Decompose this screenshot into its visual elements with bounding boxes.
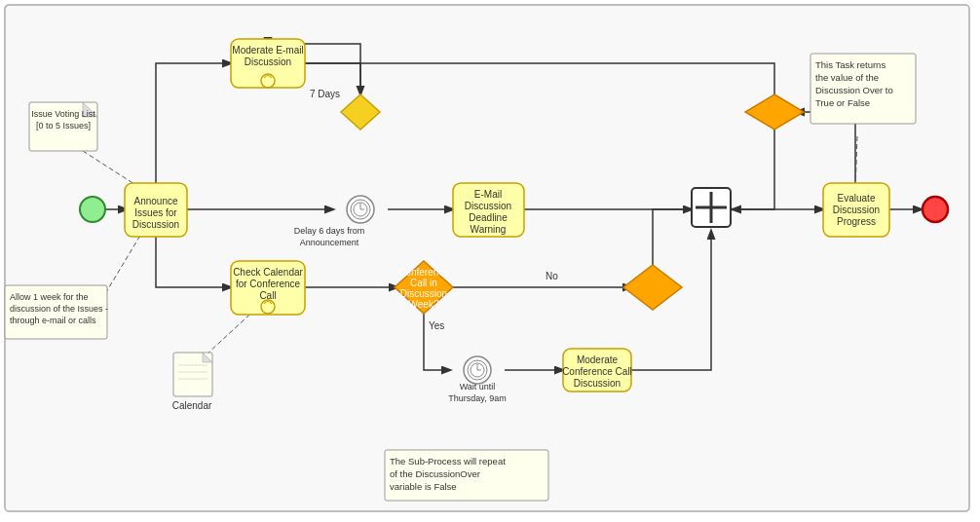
task-returns-text4: True or False <box>815 97 870 108</box>
wait-label2: Thursday, 9am <box>448 393 506 403</box>
svg-text:Conference: Conference <box>398 267 449 278</box>
allow-week-text2: discussion of the Issues - <box>10 304 108 314</box>
svg-text:Discussion: Discussion <box>245 56 291 67</box>
svg-text:Moderate E-mail: Moderate E-mail <box>232 45 303 56</box>
svg-text:Evaluate: Evaluate <box>838 193 876 204</box>
svg-text:for Conference: for Conference <box>236 279 301 289</box>
svg-text:Progress: Progress <box>837 216 876 227</box>
sub-process-text3: variable is False <box>390 481 457 492</box>
bpmn-diagram: Announce Issues for Discussion Moderate … <box>0 0 980 522</box>
no-label: No <box>546 271 558 281</box>
start-event <box>80 197 105 222</box>
svg-text:Discussion: Discussion <box>465 201 511 211</box>
svg-point-41 <box>927 202 943 217</box>
task-returns-text3: Discussion Over to <box>815 85 893 95</box>
svg-text:Check Calendar: Check Calendar <box>233 267 303 278</box>
svg-text:Announce: Announce <box>133 196 177 206</box>
seven-days-label: 7 Days <box>310 89 340 99</box>
task-returns-text2: the value of the <box>815 72 879 83</box>
calendar-label: Calendar <box>172 400 212 411</box>
svg-text:Discussion: Discussion <box>833 205 880 215</box>
svg-text:Warning: Warning <box>471 224 507 235</box>
sub-process-text1: The Sub-Process will repeat <box>390 456 506 466</box>
sub-process-text2: of the DiscussionOver <box>390 468 480 479</box>
svg-text:Call in: Call in <box>410 278 437 288</box>
svg-text:Discussion: Discussion <box>132 219 179 230</box>
svg-text:Discussion: Discussion <box>574 378 621 389</box>
task-returns-text1: This Task returns <box>815 59 886 70</box>
issue-list-text2: [0 to 5 Issues] <box>36 121 91 130</box>
svg-text:Issues for: Issues for <box>134 207 177 218</box>
svg-text:Moderate: Moderate <box>577 354 619 365</box>
svg-text:Conference Call: Conference Call <box>562 366 632 377</box>
svg-text:Discussion: Discussion <box>400 288 447 299</box>
allow-week-text: Allow 1 week for the <box>10 292 89 302</box>
svg-text:Week?: Week? <box>409 299 439 310</box>
allow-week-text3: through e-mail or calls <box>10 316 96 325</box>
delay-label: Delay 6 days from <box>294 226 365 236</box>
svg-text:E-Mail: E-Mail <box>474 189 502 200</box>
issue-list-text: Issue Voting List <box>31 109 95 119</box>
wait-label: Wait until <box>460 382 496 392</box>
yes-label: Yes <box>429 320 444 331</box>
delay-label2: Announcement <box>300 238 359 247</box>
svg-text:Call: Call <box>259 290 276 301</box>
svg-text:Deadline: Deadline <box>469 212 508 223</box>
